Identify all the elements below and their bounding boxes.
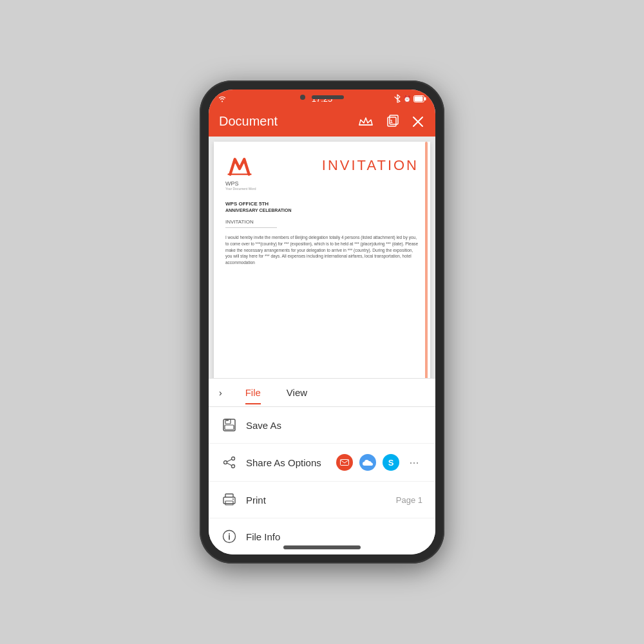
- share-label: Share As Options: [246, 457, 336, 468]
- phone-topbar: [300, 95, 344, 100]
- svg-point-18: [229, 533, 230, 535]
- svg-rect-8: [225, 425, 234, 430]
- wps-logo-text: WPS: [225, 180, 239, 187]
- bottom-menu: › File View Save As: [209, 378, 435, 554]
- app-title: Document: [219, 114, 278, 129]
- print-label: Print: [246, 495, 396, 506]
- doc-section-subtitle: ANNIVERSARY CELEBRATION: [225, 208, 419, 213]
- share-icon: [222, 455, 237, 470]
- svg-point-10: [232, 457, 235, 460]
- svg-text:1: 1: [390, 118, 393, 124]
- svg-rect-2: [415, 96, 423, 101]
- phone-device: 17:25 ⏰ Document: [200, 80, 444, 564]
- print-right-text: Page 1: [396, 495, 422, 505]
- file-info-icon: [222, 529, 237, 544]
- wps-logo: WPS Your Document Word: [225, 155, 256, 191]
- save-as-label: Save As: [246, 420, 422, 431]
- crown-icon[interactable]: [358, 115, 374, 129]
- svg-point-16: [232, 498, 234, 500]
- doc-invitation-label: INVITATION: [225, 219, 277, 228]
- file-info-label: File Info: [246, 531, 422, 542]
- svg-rect-13: [341, 460, 349, 466]
- svg-rect-9: [226, 420, 229, 421]
- print-item[interactable]: Print Page 1: [209, 482, 435, 518]
- share-icons-row: S ···: [336, 454, 422, 471]
- invitation-title: INVITATION: [322, 157, 419, 174]
- close-icon[interactable]: [411, 115, 425, 129]
- bluetooth-icon: [394, 94, 401, 103]
- phone-screen: 17:25 ⏰ Document: [209, 90, 435, 554]
- document-page: WPS Your Document Word INVITATION WPS OF…: [214, 142, 430, 378]
- header-icons: 1: [358, 115, 425, 129]
- front-camera: [300, 95, 305, 100]
- doc-scrollbar[interactable]: [425, 142, 428, 378]
- tab-view[interactable]: View: [274, 381, 320, 404]
- tab-file[interactable]: File: [232, 381, 274, 404]
- doc-section-title: WPS OFFICE 5TH: [225, 201, 419, 207]
- print-icon: [222, 492, 237, 507]
- save-as-icon: [222, 417, 237, 433]
- share-more-icon[interactable]: ···: [406, 454, 422, 471]
- battery-icon: [413, 95, 426, 102]
- share-item[interactable]: Share As Options S: [209, 444, 435, 482]
- home-indicator: [283, 545, 361, 549]
- wifi-icon: [218, 95, 227, 102]
- svg-rect-1: [424, 97, 426, 100]
- svg-point-12: [232, 465, 235, 468]
- alarm-icon: ⏰: [403, 95, 411, 102]
- svg-rect-15: [225, 501, 233, 505]
- save-as-item[interactable]: Save As: [209, 407, 435, 444]
- doc-header-row: WPS Your Document Word INVITATION: [225, 155, 419, 191]
- wps-logo-icon: [225, 155, 254, 179]
- document-container: WPS Your Document Word INVITATION WPS OF…: [209, 137, 435, 378]
- app-header: Document 1: [209, 108, 435, 137]
- svg-point-11: [224, 461, 227, 464]
- tabs-icon[interactable]: 1: [385, 115, 399, 129]
- share-skype-icon[interactable]: S: [383, 454, 399, 471]
- tab-bar: › File View: [209, 379, 435, 407]
- status-left: [218, 95, 227, 102]
- earpiece-speaker: [312, 95, 344, 99]
- share-email-icon[interactable]: [336, 454, 353, 471]
- tab-chevron[interactable]: ›: [219, 388, 222, 398]
- share-cloud-icon[interactable]: [359, 454, 376, 471]
- status-right: ⏰: [394, 94, 426, 103]
- wps-logo-subtext: Your Document Word: [225, 187, 256, 191]
- doc-body-text: I would hereby invite the members of Bei…: [225, 234, 419, 266]
